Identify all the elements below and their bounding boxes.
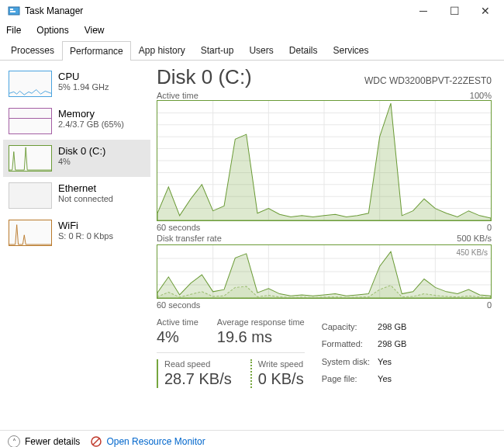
read-val: 28.7 KB/s [164, 370, 232, 388]
tab-users[interactable]: Users [241, 40, 281, 60]
systemdisk-k: System disk: [322, 354, 376, 369]
tabs: Processes Performance App history Start-… [0, 40, 504, 61]
disk-info-table: Capacity:298 GB Formatted:298 GB System … [320, 317, 415, 388]
sidebar-item-cpu[interactable]: CPU 5% 1.94 GHz [3, 65, 150, 102]
sidebar-item-wifi[interactable]: WiFi S: 0 R: 0 Kbps [3, 214, 150, 251]
menu-view[interactable]: View [83, 23, 106, 37]
close-button[interactable]: ✕ [470, 0, 501, 22]
active-time-lbl: Active time [157, 317, 198, 327]
disk-model: WDC WD3200BPVT-22ZEST0 [364, 75, 492, 86]
wifi-sub: S: 0 R: 0 Kbps [58, 231, 113, 241]
systemdisk-v: Yes [378, 354, 413, 369]
memory-label: Memory [58, 108, 124, 120]
orm-label: Open Resource Monitor [106, 436, 205, 447]
disk-sub: 4% [58, 157, 105, 166]
main-panel: Disk 0 (C:) WDC WD3200BPVT-22ZEST0 Activ… [154, 61, 504, 430]
disk-label: Disk 0 (C:) [58, 145, 105, 157]
cpu-thumb [9, 71, 52, 97]
write-lbl: Write speed [258, 359, 304, 369]
fewer-details-label: Fewer details [25, 436, 80, 447]
cpu-sub: 5% 1.94 GHz [58, 82, 109, 92]
ethernet-thumb [9, 182, 52, 209]
active-time-chart [157, 100, 492, 221]
formatted-k: Formatted: [322, 336, 376, 352]
titlebar: Task Manager ─ ☐ ✕ [0, 0, 504, 22]
chart1-label: Active time [157, 91, 198, 100]
chart1-xr: 0 [487, 223, 492, 232]
fewer-details-button[interactable]: ˄ Fewer details [8, 435, 80, 447]
capacity-k: Capacity: [322, 319, 376, 334]
memory-thumb [9, 108, 52, 134]
sidebar: CPU 5% 1.94 GHz Memory 2.4/3.7 GB (65%) … [0, 61, 154, 430]
ethernet-sub: Not connected [58, 194, 113, 203]
disk-thumb [9, 145, 52, 172]
chart1-max: 100% [470, 91, 492, 100]
pagefile-k: Page file: [322, 371, 376, 386]
chart2-xr: 0 [487, 300, 492, 310]
open-resource-monitor-link[interactable]: Open Resource Monitor [91, 436, 205, 447]
minimize-button[interactable]: ─ [408, 0, 439, 22]
cpu-label: CPU [58, 71, 109, 82]
chart2-inner-label: 450 KB/s [456, 248, 488, 257]
memory-sub: 2.4/3.7 GB (65%) [58, 120, 124, 129]
tab-details[interactable]: Details [281, 40, 326, 60]
app-icon [8, 5, 20, 17]
maximize-button[interactable]: ☐ [439, 0, 470, 22]
tab-startup[interactable]: Start-up [193, 40, 242, 60]
svg-rect-2 [10, 11, 16, 12]
svg-rect-1 [10, 9, 13, 10]
chart2-label: Disk transfer rate [157, 234, 222, 243]
tab-processes[interactable]: Processes [3, 40, 62, 60]
sidebar-item-disk[interactable]: Disk 0 (C:) 4% [3, 140, 150, 177]
chevron-up-icon: ˄ [8, 435, 20, 447]
tab-services[interactable]: Services [325, 40, 376, 60]
svg-line-26 [93, 438, 99, 445]
footer: ˄ Fewer details Open Resource Monitor [0, 430, 504, 447]
chart1-xl: 60 seconds [157, 223, 200, 232]
tab-app-history[interactable]: App history [131, 40, 193, 60]
chart2-xl: 60 seconds [157, 300, 200, 310]
active-time-val: 4% [157, 328, 198, 346]
ethernet-label: Ethernet [58, 182, 113, 194]
resource-monitor-icon [91, 436, 102, 447]
window-title: Task Manager [25, 5, 408, 16]
avg-resp-lbl: Average response time [217, 317, 305, 327]
avg-resp-val: 19.6 ms [217, 328, 305, 346]
capacity-v: 298 GB [378, 319, 413, 334]
read-lbl: Read speed [164, 359, 232, 369]
menu-options[interactable]: Options [35, 23, 70, 37]
pagefile-v: Yes [378, 371, 413, 386]
write-val: 0 KB/s [258, 370, 304, 388]
sidebar-item-ethernet[interactable]: Ethernet Not connected [3, 177, 150, 214]
page-title: Disk 0 (C:) [157, 65, 252, 89]
transfer-rate-chart: 450 KB/s [157, 244, 492, 299]
formatted-v: 298 GB [378, 336, 413, 352]
menubar: File Options View [0, 22, 504, 40]
menu-file[interactable]: File [5, 23, 22, 37]
wifi-thumb [9, 220, 52, 246]
tab-performance[interactable]: Performance [62, 41, 131, 61]
sidebar-item-memory[interactable]: Memory 2.4/3.7 GB (65%) [3, 102, 150, 140]
chart2-max: 500 KB/s [457, 234, 492, 243]
wifi-label: WiFi [58, 220, 113, 231]
